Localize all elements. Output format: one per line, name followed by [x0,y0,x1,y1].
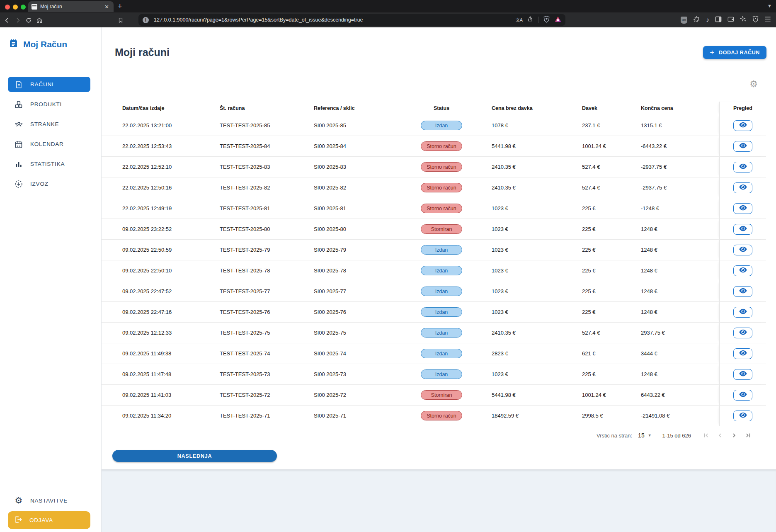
cell-davek: 621 € [563,350,622,357]
vpn-shield-icon[interactable] [752,16,759,24]
cell-cena-brez-davka: 1023 € [473,371,563,377]
app-logo[interactable]: Moj Račun [8,38,67,51]
column-header-davek[interactable]: Davek [563,105,622,111]
cell-davek: 225 € [563,226,622,232]
sidebar-item-nastavitve[interactable]: ⚙ NASTAVITVE [8,493,90,508]
view-invoice-button[interactable] [733,120,752,131]
view-invoice-button[interactable] [733,224,752,235]
cell-koncna-cena: -2937.75 € [622,164,701,170]
table-row[interactable]: 22.02.2025 13:21:00 TEST-TEST-2025-85 SI… [102,115,766,136]
rows-per-page-select[interactable]: 15 ▼ [638,432,652,439]
column-header-status[interactable]: Status [410,105,473,111]
status-badge: Storno račun [421,183,462,192]
bookmark-icon[interactable] [115,16,126,24]
new-tab-button[interactable]: + [118,2,122,11]
sidebar-item-izvoz[interactable]: IZVOZ [8,176,90,192]
previous-page-button[interactable] [715,430,725,440]
column-header-st-racuna[interactable]: Št. računa [220,105,314,111]
table-row[interactable]: 09.02.2025 11:34:20 TEST-TEST-2025-71 SI… [102,406,766,426]
view-invoice-button[interactable] [733,390,752,401]
cell-datum: 09.02.2025 11:41:03 [122,392,220,398]
share-icon[interactable] [527,16,533,24]
table-settings-gear-icon[interactable]: ⚙ [749,80,758,89]
last-page-button[interactable] [743,430,753,440]
maximize-window-button[interactable] [21,5,26,10]
view-invoice-button[interactable] [733,245,752,255]
tab-list-chevron-icon[interactable]: ▼ [767,3,772,8]
customers-icon [14,119,24,129]
sidebar-item-racuni[interactable]: RAČUNI [8,77,90,92]
cell-referenca: SI00 2025-84 [314,143,410,149]
extension-star-icon[interactable] [693,16,700,24]
table-row[interactable]: 09.02.2025 22:47:16 TEST-TEST-2025-76 SI… [102,302,766,323]
view-invoice-button[interactable] [733,286,752,297]
table-row[interactable]: 09.02.2025 22:50:59 TEST-TEST-2025-79 SI… [102,240,766,260]
status-badge: Izdan [421,121,462,130]
eye-icon [739,267,747,274]
table-row[interactable]: 09.02.2025 23:22:52 TEST-TEST-2025-80 SI… [102,219,766,240]
back-button[interactable] [2,16,12,24]
music-note-icon[interactable]: ♪ [706,16,709,24]
table-row[interactable]: 22.02.2025 12:52:10 TEST-TEST-2025-83 SI… [102,157,766,177]
cell-cena-brez-davka: 5441.98 € [473,392,563,398]
first-page-button[interactable] [701,430,711,440]
view-invoice-button[interactable] [733,369,752,380]
tab-title: Moj račun [40,4,103,10]
view-invoice-button[interactable] [733,203,752,214]
table-row[interactable]: 09.02.2025 11:49:38 TEST-TEST-2025-74 SI… [102,343,766,364]
table-row[interactable]: 09.02.2025 22:47:52 TEST-TEST-2025-77 SI… [102,281,766,302]
tab-close-icon[interactable]: ✕ [103,4,110,10]
view-invoice-button[interactable] [733,328,752,338]
view-invoice-button[interactable] [733,162,752,172]
logout-button[interactable]: ODJAVA [8,511,90,529]
ublock-extension-icon[interactable]: UO [681,17,687,24]
column-header-cena-brez-davka[interactable]: Cena brez davka [473,105,563,111]
minimize-window-button[interactable] [13,5,18,10]
sidebar-item-produkti[interactable]: PRODUKTI [8,97,90,112]
view-invoice-button[interactable] [733,141,752,152]
view-invoice-button[interactable] [733,182,752,193]
browser-tab[interactable]: Moj račun ✕ [28,1,114,12]
cell-koncna-cena: 3444 € [622,350,701,357]
view-invoice-button[interactable] [733,265,752,276]
column-header-referenca[interactable]: Referenca / sklic [314,105,410,111]
add-invoice-button[interactable]: + DODAJ RAČUN [703,46,766,59]
sidebar-panel-icon[interactable] [715,16,722,24]
table-row[interactable]: 22.02.2025 12:50:16 TEST-TEST-2025-82 SI… [102,177,766,198]
column-header-datum[interactable]: Datum/čas izdaje [122,105,220,111]
table-row[interactable]: 09.02.2025 12:12:33 TEST-TEST-2025-75 SI… [102,323,766,343]
eye-icon [739,391,747,398]
next-page-button[interactable] [729,430,739,440]
cell-datum: 22.02.2025 13:21:00 [122,122,220,129]
menu-hamburger-icon[interactable] [764,16,771,24]
sidebar-item-statistika[interactable]: STATISTIKA [8,156,90,172]
export-icon [14,179,24,189]
next-button[interactable]: NASLEDNJA [112,450,277,462]
wallet-icon[interactable] [728,16,734,24]
logout-icon [14,515,23,525]
url-bar[interactable]: i 127.0.0.1:9000/racuni?page=1&rowsPerPa… [138,14,565,26]
cell-datum: 22.02.2025 12:52:10 [122,164,220,170]
brave-logo-icon[interactable] [555,16,561,24]
view-invoice-button[interactable] [733,307,752,318]
translate-icon[interactable]: 文A [516,17,522,23]
status-badge: Izdan [421,245,462,255]
sidebar-item-stranke[interactable]: STRANKE [8,117,90,132]
home-button[interactable] [34,16,45,24]
site-info-icon[interactable]: i [143,17,149,23]
table-row[interactable]: 09.02.2025 11:41:03 TEST-TEST-2025-72 SI… [102,385,766,406]
view-invoice-button[interactable] [733,348,752,359]
reload-button[interactable] [23,16,34,24]
page-title: Moji računi [115,46,170,58]
sidebar-item-kolendar[interactable]: KOLENDAR [8,136,90,152]
table-row[interactable]: 22.02.2025 12:53:43 TEST-TEST-2025-84 SI… [102,136,766,157]
table-row[interactable]: 22.02.2025 12:49:19 TEST-TEST-2025-81 SI… [102,198,766,219]
column-header-koncna-cena[interactable]: Končna cena [622,105,701,111]
view-invoice-button[interactable] [733,411,752,421]
table-row[interactable]: 09.02.2025 22:50:10 TEST-TEST-2025-78 SI… [102,260,766,281]
close-window-button[interactable] [5,5,10,10]
forward-button[interactable] [12,16,23,24]
leo-ai-sparkle-icon[interactable] [740,16,747,24]
brave-shields-icon[interactable] [543,16,550,24]
table-row[interactable]: 09.02.2025 11:47:48 TEST-TEST-2025-73 SI… [102,364,766,385]
